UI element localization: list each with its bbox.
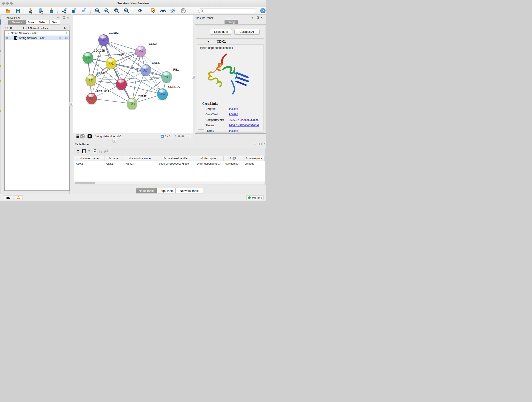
show-columns-icon[interactable]	[82, 149, 86, 154]
table-cell[interactable]: CDK1	[74, 161, 104, 166]
home-networks-icon[interactable]	[160, 8, 166, 14]
tab-string[interactable]: String	[225, 20, 238, 24]
column-header-namespace[interactable]: namespace	[243, 156, 265, 161]
entry-description: cyclin-dependent kinase 1	[200, 46, 233, 50]
node-label-ccnb2: CCNB2	[109, 31, 119, 34]
tab-network[interactable]: Network	[8, 20, 26, 25]
network-node-ccne1[interactable]	[127, 98, 137, 110]
crosslink-value-link[interactable]: P06493	[229, 113, 238, 116]
control-panel-float-icon[interactable]: ❒	[63, 16, 65, 19]
zoom-in-icon[interactable]	[94, 8, 100, 14]
zoom-out-icon[interactable]	[104, 8, 110, 14]
export-network-icon[interactable]	[61, 8, 67, 14]
network-graph[interactable]: CCNB2CCNA1CDC25BCDK1CDC6RB1CCNB1CCNA2CDK…	[73, 15, 193, 133]
crosslink-value-link[interactable]: 9606.ENSP00000378699	[229, 118, 259, 122]
fit-crosshair-icon[interactable]	[187, 134, 191, 139]
results-panel-menu-icon[interactable]: ▾	[252, 17, 253, 19]
control-panel-close-icon[interactable]: ✕	[67, 16, 69, 19]
table-panel-close-icon[interactable]: ✕	[264, 143, 266, 146]
collapse-all-button[interactable]: Collapse All	[234, 29, 260, 35]
table-panel-menu-icon[interactable]: ▾	[254, 143, 256, 146]
import-table-icon[interactable]	[48, 8, 54, 14]
copy-network-icon[interactable]	[150, 8, 156, 14]
selected-nodes-checkbox-icon[interactable]	[161, 135, 164, 138]
cloud-status-button[interactable]	[4, 195, 12, 200]
tab-style[interactable]: Style	[26, 20, 36, 25]
birdseye-view-icon[interactable]	[88, 134, 92, 138]
crosslink-row: GeneCard:P06493	[206, 113, 261, 116]
tab-select[interactable]: Select	[36, 20, 50, 25]
expand-tree-icon[interactable]	[10, 26, 13, 31]
grid-view-icon[interactable]	[75, 134, 79, 138]
export-image-icon[interactable]	[81, 8, 87, 14]
column-header-description[interactable]: description	[195, 156, 224, 161]
node-label-cdkn1a: CDKN1A	[168, 85, 180, 89]
delete-table-icon[interactable]	[99, 150, 102, 154]
table-cell[interactable]: 9606.ENSP00000378699	[157, 161, 195, 166]
table-cell[interactable]: cyclin-dependent ...	[195, 161, 224, 166]
network-options-gear-icon[interactable]: ⚙	[64, 26, 67, 30]
crosslink-value-link[interactable]: 9606.ENSP00000378699	[229, 123, 259, 127]
network-node-ccna1[interactable]	[135, 46, 146, 57]
crosslink-value-link[interactable]: P06493	[229, 129, 238, 133]
show-panel-icon[interactable]	[180, 8, 186, 14]
tree-expander-icon[interactable]: ▼	[8, 32, 11, 34]
network-node-cdc6[interactable]	[140, 65, 151, 76]
search-field[interactable]	[198, 8, 256, 13]
hide-panel-icon[interactable]	[170, 8, 176, 14]
crosslink-value-link[interactable]: P06493	[229, 107, 238, 111]
tab-node-table[interactable]: Node Table	[136, 188, 157, 193]
network-row-selected[interactable]: String Network – cdk1 11 48	[5, 36, 70, 40]
table-cell[interactable]: CDK1	[104, 161, 123, 166]
column-header-canonicalname[interactable]: canonical name	[123, 156, 157, 161]
results-scrollbar-thumb[interactable]	[198, 129, 204, 130]
import-network-icon[interactable]	[28, 8, 34, 14]
expand-all-button[interactable]: Expand All	[210, 29, 232, 35]
help-icon[interactable]: ?	[260, 8, 266, 13]
share-view-icon[interactable]	[80, 134, 85, 138]
table-gear-icon[interactable]: ⚙	[76, 149, 80, 153]
zoom-fit-icon[interactable]	[114, 8, 120, 14]
search-input[interactable]	[204, 9, 254, 12]
column-header-id[interactable]: @id	[224, 156, 243, 161]
table-hscrollbar[interactable]	[75, 182, 264, 184]
network-node-cdkn1a[interactable]	[157, 89, 168, 100]
table-cell[interactable]: stringdb	[243, 161, 265, 166]
entry-expander-icon[interactable]: ▼	[207, 41, 209, 43]
delete-column-icon[interactable]	[93, 149, 97, 154]
export-table-icon[interactable]	[71, 8, 77, 14]
tab-network-table[interactable]: Network Table	[176, 188, 203, 193]
control-panel-menu-icon[interactable]: ▾	[57, 17, 59, 19]
network-node-cdc25b[interactable]	[83, 52, 93, 64]
network-collection-row[interactable]: ▼ String Network – cdk1 1	[5, 31, 70, 36]
warning-status-button[interactable]	[14, 195, 22, 200]
zoom-selected-icon[interactable]	[123, 8, 129, 14]
network-canvas[interactable]: CCNB2CCNA1CDC25BCDK1CDC6RB1CCNB1CCNA2CDK…	[73, 15, 193, 133]
column-header-name[interactable]: name	[104, 156, 123, 161]
table-panel-float-icon[interactable]: ❒	[259, 143, 262, 146]
network-node-rb1[interactable]	[162, 71, 172, 83]
network-edge[interactable]	[92, 99, 132, 104]
column-header-sharedname[interactable]: shared name	[74, 156, 104, 161]
tab-edge-table[interactable]: Edge Table	[157, 188, 176, 193]
splitter-handle[interactable]	[70, 102, 73, 106]
collapse-all-tree-icon[interactable]	[5, 26, 8, 31]
add-column-icon[interactable]: +	[88, 148, 90, 153]
memory-button[interactable]: Memory	[247, 195, 264, 200]
column-header-label: canonical name	[132, 157, 151, 160]
results-panel-close-icon[interactable]: ✕	[261, 16, 263, 19]
network-edge[interactable]	[121, 84, 162, 95]
network-node-hist1h1a[interactable]	[86, 93, 97, 105]
table-cell[interactable]: stringdb:9...	[224, 161, 243, 166]
network-edge[interactable]	[104, 40, 141, 51]
save-session-icon[interactable]	[15, 8, 21, 14]
refresh-layout-icon[interactable]: ⟳	[137, 8, 143, 14]
network-edge[interactable]	[104, 40, 132, 104]
open-folder-icon[interactable]	[5, 8, 11, 14]
import-database-icon[interactable]	[38, 8, 44, 14]
column-header-databaseidentifier[interactable]: database identifier	[157, 156, 195, 161]
table-cell[interactable]: P06493	[123, 161, 157, 166]
results-panel-float-icon[interactable]: ❒	[257, 16, 259, 19]
table-row[interactable]: CDK1CDK1P064939606.ENSP00000378699cyclin…	[74, 161, 265, 166]
tab-sets[interactable]: Sets	[50, 20, 60, 25]
